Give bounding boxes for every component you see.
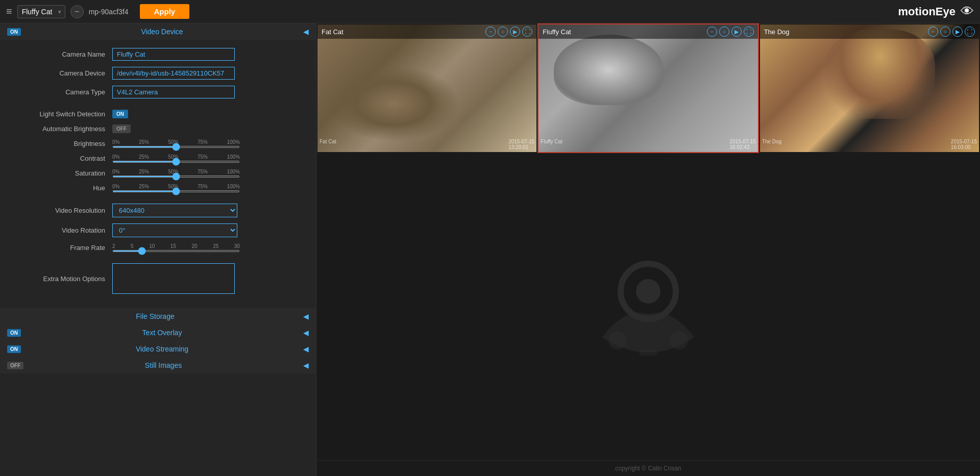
still-images-title: Still Images [145,361,182,369]
sidebar: ON Video Device ◀ Camera Name Camera Dev… [0,23,316,476]
camera-name-input[interactable] [112,48,235,61]
saturation-slider-container: 0% 25% 50% 75% 100% [112,169,240,178]
camera-device-label: Camera Device [10,69,112,77]
the-dog-circle-btn[interactable]: ○ [940,27,950,37]
copyright-bar: copyright © Calin Crisan [316,460,980,476]
fluffy-cat-header: Fluffy Cat − ○ ▶ ⛶ [538,24,757,39]
fluffy-cat-fullscreen-btn[interactable]: ⛶ [744,27,754,37]
text-overlay-toggle[interactable]: ON [7,329,21,337]
camera-name-row: Camera Name [10,48,306,61]
file-storage-arrow[interactable]: ◀ [303,312,309,320]
the-dog-fullscreen-btn[interactable]: ⛶ [965,27,975,37]
fat-cat-footer: Fat Cat 2015-07-1513:20:01 [320,139,534,150]
the-dog-image[interactable]: The Dog 2015-07-1516:03:00 [760,24,979,152]
brightness-slider[interactable] [112,146,240,148]
fluffy-cat-bg [538,24,757,152]
the-dog-bg [760,24,979,152]
extra-motion-textarea[interactable] [112,263,235,294]
the-dog-play-btn[interactable]: ▶ [952,27,963,37]
video-rotation-select[interactable]: 0° 90° 180° 270° [112,223,237,237]
copyright-text: copyright © Calin Crisan [615,465,681,472]
video-device-arrow[interactable]: ◀ [303,28,309,36]
file-storage-section-header[interactable]: File Storage ◀ [0,308,316,324]
camera-cell-the-dog: The Dog − ○ ▶ ⛶ The Dog 2015-07-1516:03:… [759,23,980,153]
still-images-arrow[interactable]: ◀ [303,361,309,369]
hue-slider[interactable] [112,190,240,192]
svg-point-2 [608,331,627,349]
light-switch-toggle[interactable]: ON [112,110,128,118]
fluffy-cat-overlay [554,35,664,105]
video-rotation-label: Video Rotation [10,227,112,234]
video-streaming-left: ON [7,345,21,353]
the-dog-time: 2015-07-1516:03:00 [951,139,977,150]
apply-button[interactable]: Apply [140,4,190,19]
camera-select-wrapper: Fluffy Cat Fat Cat The Dog [17,5,65,18]
the-dog-header: The Dog − ○ ▶ ⛶ [760,24,979,39]
contrast-slider-container: 0% 25% 50% 75% 100% [112,154,240,163]
the-dog-overlay [825,30,935,119]
brightness-row: Brightness 0% 25% 50% 75% 100% [10,139,306,148]
hue-label: Hue [10,184,112,192]
the-dog-minus-btn[interactable]: − [928,27,938,37]
still-images-toggle[interactable]: OFF [7,362,23,369]
main-layout: ON Video Device ◀ Camera Name Camera Dev… [0,23,980,476]
video-rotation-row: Video Rotation 0° 90° 180° 270° [10,223,306,237]
fat-cat-controls: − ○ ▶ ⛶ [485,27,532,37]
hamburger-icon[interactable]: ≡ [6,6,12,17]
text-overlay-arrow[interactable]: ◀ [303,329,309,337]
fluffy-cat-controls: − ○ ▶ ⛶ [707,27,754,37]
camera-select[interactable]: Fluffy Cat Fat Cat The Dog [17,5,65,18]
still-images-section-header[interactable]: OFF Still Images ◀ [0,357,316,373]
fat-cat-overlay [328,65,459,142]
device-id: mp-90acf3f4 [89,8,129,16]
camera-device-input[interactable] [112,67,235,80]
fluffy-cat-play-btn[interactable]: ▶ [731,27,742,37]
camera-cell-fluffy-cat: Fluffy Cat − ○ ▶ ⛶ Fluffy Cat 2015-07-15… [537,23,758,153]
light-switch-row: Light Switch Detection ON [10,110,306,118]
light-switch-label: Light Switch Detection [10,110,112,118]
video-resolution-row: Video Resolution 640x480 1280x720 1920x1… [10,204,306,217]
contrast-row: Contrast 0% 25% 50% 75% 100% [10,154,306,163]
auto-brightness-toggle[interactable]: OFF [112,124,131,133]
fat-cat-circle-btn[interactable]: ○ [498,27,508,37]
camera-type-label: Camera Type [10,88,112,96]
frame-rate-slider-container: 2 5 10 15 20 25 30 [112,243,240,252]
fluffy-cat-minus-btn[interactable]: − [707,27,717,37]
brightness-slider-container: 0% 25% 50% 75% 100% [112,139,240,148]
topbar: ≡ Fluffy Cat Fat Cat The Dog − mp-90acf3… [0,0,980,23]
fat-cat-fullscreen-btn[interactable]: ⛶ [522,27,532,37]
video-resolution-label: Video Resolution [10,207,112,214]
saturation-slider[interactable] [112,176,240,178]
fat-cat-image[interactable]: Fat Cat 2015-07-1513:20:01 [317,24,536,152]
fat-cat-bg [317,24,536,152]
video-streaming-section-header[interactable]: ON Video Streaming ◀ [0,341,316,357]
the-dog-footer: The Dog 2015-07-1516:03:00 [762,139,977,150]
text-overlay-section-header[interactable]: ON Text Overlay ◀ [0,324,316,341]
camera-type-input[interactable] [112,86,235,98]
remove-camera-button[interactable]: − [70,5,84,18]
fat-cat-name: Fat Cat [322,28,344,36]
fat-cat-play-btn[interactable]: ▶ [510,27,520,37]
video-device-form: Camera Name Camera Device Camera Type Li… [0,40,316,308]
eye-icon: 👁 [961,4,974,19]
main-toggle[interactable]: ON [7,28,21,36]
camera-name-label: Camera Name [10,51,112,58]
contrast-label: Contrast [10,155,112,162]
video-device-section-header[interactable]: ON Video Device ◀ [0,23,316,40]
video-streaming-toggle[interactable]: ON [7,345,21,353]
video-resolution-select[interactable]: 640x480 1280x720 1920x1080 [112,204,237,217]
fluffy-cat-circle-btn[interactable]: ○ [719,27,729,37]
fluffy-cat-name: Fluffy Cat [543,28,571,36]
text-overlay-title: Text Overlay [142,329,182,337]
the-dog-controls: − ○ ▶ ⛶ [928,27,975,37]
the-dog-label: The Dog [762,139,781,150]
contrast-slider[interactable] [112,161,240,163]
frame-rate-slider[interactable] [112,250,240,252]
file-storage-title: File Storage [136,312,174,320]
fat-cat-minus-btn[interactable]: − [485,27,496,37]
the-dog-name: The Dog [764,28,790,36]
fluffy-cat-image[interactable]: Fluffy Cat 2015-07-1516:02:43 [538,24,757,152]
hue-row: Hue 0% 25% 50% 75% 100% [10,184,306,192]
svg-rect-4 [639,349,657,356]
video-streaming-arrow[interactable]: ◀ [303,345,309,353]
